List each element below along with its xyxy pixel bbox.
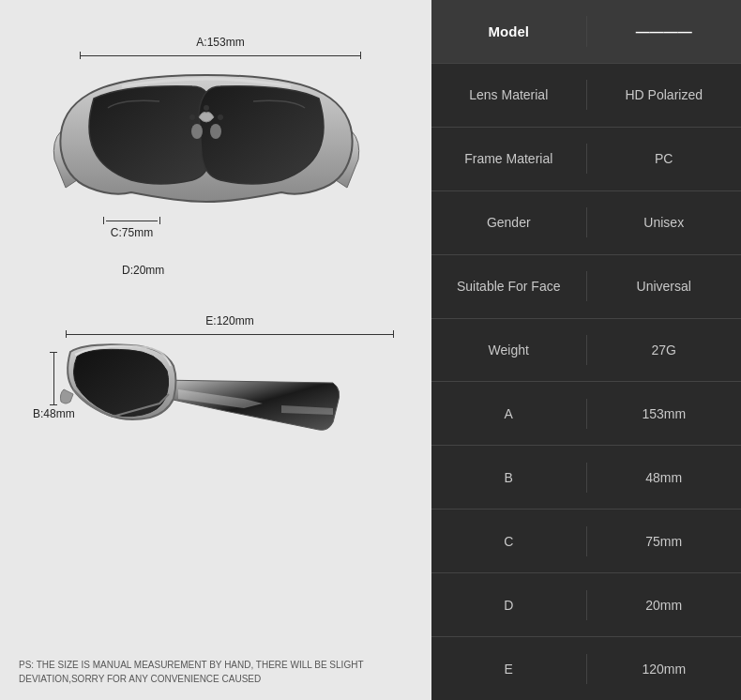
row10-col2: 120mm	[587, 654, 742, 684]
row4-col2: Universal	[587, 271, 742, 301]
table-row: Weight 27G	[431, 319, 741, 383]
dim-d-label: D:20mm	[122, 264, 164, 277]
table-row: Frame Material PC	[431, 128, 741, 191]
header-col2: ————	[587, 16, 742, 47]
table-row: D 20mm	[431, 573, 741, 637]
table-row: C 75mm	[431, 510, 741, 573]
row5-col2: 27G	[587, 335, 742, 365]
svg-point-0	[191, 124, 203, 139]
dim-e-annotation: E:120mm	[66, 314, 394, 338]
row6-col1: A	[431, 399, 587, 429]
row9-col2: 20mm	[587, 590, 742, 620]
svg-point-4	[204, 105, 209, 111]
row8-col1: C	[431, 526, 587, 556]
row3-col1: Gender	[431, 207, 587, 237]
table-row: E 120mm	[431, 637, 741, 700]
dim-e-label: E:120mm	[66, 314, 394, 327]
svg-point-1	[210, 124, 221, 139]
svg-point-2	[189, 114, 195, 120]
row3-col2: Unisex	[587, 207, 742, 237]
row8-col2: 75mm	[587, 526, 742, 556]
row6-col2: 153mm	[587, 399, 742, 429]
table-row: Suitable For Face Universal	[431, 255, 741, 319]
glasses-front-image	[47, 66, 394, 238]
row9-col1: D	[431, 590, 587, 620]
table-row: Lens Material HD Polarized	[431, 64, 741, 128]
glasses-side-image	[56, 338, 403, 464]
row1-col2: HD Polarized	[587, 80, 742, 110]
side-view: E:120mm B:48mm	[28, 310, 413, 497]
row7-col2: 48mm	[587, 463, 742, 493]
table-header: Model ————	[431, 0, 741, 64]
dim-c-label: C:75mm	[103, 226, 160, 239]
svg-point-3	[218, 114, 223, 120]
dim-a-annotation: A:153mm	[80, 36, 361, 59]
dim-a-label: A:153mm	[80, 36, 361, 49]
row5-col1: Weight	[431, 335, 587, 365]
header-col1: Model	[431, 16, 587, 47]
ps-note: PS: THE SIZE IS MANUAL MEASUREMENT BY HA…	[19, 658, 413, 686]
row4-col1: Suitable For Face	[431, 271, 587, 301]
left-panel: A:153mm	[0, 0, 431, 700]
row2-col1: Frame Material	[431, 144, 587, 174]
row10-col1: E	[431, 654, 587, 684]
table-row: A 153mm	[431, 382, 741, 446]
front-view: A:153mm	[28, 28, 413, 291]
specs-table: Model ———— Lens Material HD Polarized Fr…	[431, 0, 741, 700]
dim-c-annotation: C:75mm	[103, 217, 160, 239]
table-row: B 48mm	[431, 446, 741, 510]
row2-col2: PC	[587, 144, 742, 174]
table-row: Gender Unisex	[431, 191, 741, 255]
row7-col1: B	[431, 463, 587, 493]
row1-col1: Lens Material	[431, 80, 587, 110]
